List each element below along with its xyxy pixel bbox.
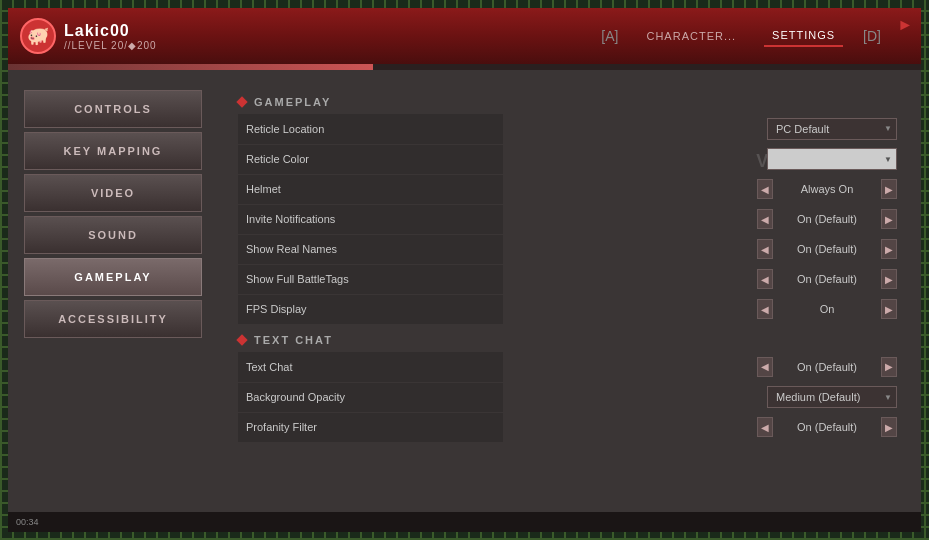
show-real-names-control: ◀ On (Default) ▶ (503, 234, 901, 264)
real-names-prev-btn[interactable]: ◀ (757, 239, 773, 259)
helmet-next-btn[interactable]: ▶ (881, 179, 897, 199)
table-row: Show Real Names ◀ On (Default) ▶ (238, 234, 901, 264)
helmet-value: Always On (777, 183, 877, 195)
table-row: Text Chat ◀ On (Default) ▶ (238, 352, 901, 382)
reticle-location-label: Reticle Location (238, 114, 503, 144)
show-battletags-label: Show Full BattleTags (238, 264, 503, 294)
bg-opacity-control: Medium (Default) (503, 382, 901, 412)
text-chat-section-title: TEXT CHAT (254, 334, 333, 346)
bg-opacity-label: Background Opacity (238, 382, 503, 412)
gameplay-settings-table: Reticle Location PC Default Reticle Colo… (238, 114, 901, 324)
table-row: FPS Display ◀ On ▶ (238, 294, 901, 324)
real-names-next-btn[interactable]: ▶ (881, 239, 897, 259)
nav-settings[interactable]: SETTINGS (764, 25, 843, 47)
logo-area: 🐖 Lakic00 //LEVEL 20/◆200 (20, 18, 157, 54)
fps-value: On (777, 303, 877, 315)
reticle-location-dropdown[interactable]: PC Default (767, 118, 897, 140)
reticle-location-dropdown-container: PC Default (507, 118, 897, 140)
helmet-prev-btn[interactable]: ◀ (757, 179, 773, 199)
battletags-next-btn[interactable]: ▶ (881, 269, 897, 289)
helmet-control: ◀ Always On ▶ (503, 174, 901, 204)
invite-notifications-label: Invite Notifications (238, 204, 503, 234)
right-panel: V2 BETA▶ GAMEPLAY Reticle Location PC De… (218, 70, 921, 532)
nav-bracket-left[interactable]: [A] (601, 28, 618, 44)
profanity-filter-control: ◀ On (Default) ▶ (503, 412, 901, 442)
table-row: Show Full BattleTags ◀ On (Default) ▶ (238, 264, 901, 294)
table-row: Reticle Location PC Default (238, 114, 901, 144)
top-nav: [A] CHARACTER... SETTINGS [D] (601, 25, 881, 47)
table-row: Invite Notifications ◀ On (Default) ▶ (238, 204, 901, 234)
show-real-names-label: Show Real Names (238, 234, 503, 264)
invite-arrows-container: ◀ On (Default) ▶ (507, 209, 897, 229)
helmet-arrows-container: ◀ Always On ▶ (507, 179, 897, 199)
top-bar: 🐖 Lakic00 //LEVEL 20/◆200 [A] CHARACTER.… (8, 8, 921, 64)
bottom-time: 00:34 (16, 517, 39, 527)
sidebar-btn-gameplay[interactable]: GAMEPLAY (24, 258, 202, 296)
fps-arrows-container: ◀ On ▶ (507, 299, 897, 319)
sidebar-btn-key-mapping[interactable]: KEY MAPPING (24, 132, 202, 170)
invite-next-btn[interactable]: ▶ (881, 209, 897, 229)
real-names-value: On (Default) (777, 243, 877, 255)
bg-opacity-dropdown-container: Medium (Default) (507, 386, 897, 408)
battletags-arrows-container: ◀ On (Default) ▶ (507, 269, 897, 289)
text-chat-prev-btn[interactable]: ◀ (757, 357, 773, 377)
fps-display-control: ◀ On ▶ (503, 294, 901, 324)
sidebar-btn-sound[interactable]: SOUND (24, 216, 202, 254)
invite-value: On (Default) (777, 213, 877, 225)
show-battletags-control: ◀ On (Default) ▶ (503, 264, 901, 294)
table-row: Profanity Filter ◀ On (Default) ▶ (238, 412, 901, 442)
table-row: Helmet ◀ Always On ▶ (238, 174, 901, 204)
reticle-color-control (503, 144, 901, 174)
sidebar-btn-accessibility[interactable]: ACCESSIBILITY (24, 300, 202, 338)
reticle-color-label: Reticle Color (238, 144, 503, 174)
reticle-color-dropdown[interactable] (767, 148, 897, 170)
sidebar: CONTROLS KEY MAPPING VIDEO SOUND GAMEPLA… (8, 70, 218, 532)
gameplay-diamond-icon (236, 96, 247, 107)
table-row: Reticle Color (238, 144, 901, 174)
arrow-right-icon: ► (897, 16, 913, 34)
invite-notifications-control: ◀ On (Default) ▶ (503, 204, 901, 234)
nav-bracket-right[interactable]: [D] (863, 28, 881, 44)
text-chat-label: Text Chat (238, 352, 503, 382)
text-chat-value: On (Default) (777, 361, 877, 373)
battletags-value: On (Default) (777, 273, 877, 285)
fps-display-label: FPS Display (238, 294, 503, 324)
reticle-color-dropdown-container (507, 148, 897, 170)
fps-next-btn[interactable]: ▶ (881, 299, 897, 319)
user-info: Lakic00 //LEVEL 20/◆200 (64, 22, 157, 51)
username: Lakic00 (64, 22, 157, 40)
bottom-bar: 00:34 (8, 512, 921, 532)
sidebar-btn-video[interactable]: VIDEO (24, 174, 202, 212)
gameplay-section-header: GAMEPLAY (238, 96, 901, 108)
profanity-value: On (Default) (777, 421, 877, 433)
reticle-location-control: PC Default (503, 114, 901, 144)
real-names-arrows-container: ◀ On (Default) ▶ (507, 239, 897, 259)
main-content: CONTROLS KEY MAPPING VIDEO SOUND GAMEPLA… (8, 70, 921, 532)
text-chat-diamond-icon (236, 334, 247, 345)
inner-wrapper: 🐖 Lakic00 //LEVEL 20/◆200 [A] CHARACTER.… (8, 8, 921, 532)
profanity-next-btn[interactable]: ▶ (881, 417, 897, 437)
text-chat-control: ◀ On (Default) ▶ (503, 352, 901, 382)
table-row: Background Opacity Medium (Default) (238, 382, 901, 412)
profanity-arrows-container: ◀ On (Default) ▶ (507, 417, 897, 437)
sidebar-btn-controls[interactable]: CONTROLS (24, 90, 202, 128)
helmet-label: Helmet (238, 174, 503, 204)
gameplay-section-title: GAMEPLAY (254, 96, 331, 108)
battletags-prev-btn[interactable]: ◀ (757, 269, 773, 289)
logo-icon: 🐖 (20, 18, 56, 54)
nav-character[interactable]: CHARACTER... (638, 26, 744, 46)
text-chat-arrows-container: ◀ On (Default) ▶ (507, 357, 897, 377)
invite-prev-btn[interactable]: ◀ (757, 209, 773, 229)
profanity-filter-label: Profanity Filter (238, 412, 503, 442)
bg-opacity-dropdown[interactable]: Medium (Default) (767, 386, 897, 408)
level-info: //LEVEL 20/◆200 (64, 40, 157, 51)
text-chat-section-header: TEXT CHAT (238, 334, 901, 346)
text-chat-next-btn[interactable]: ▶ (881, 357, 897, 377)
profanity-prev-btn[interactable]: ◀ (757, 417, 773, 437)
fps-prev-btn[interactable]: ◀ (757, 299, 773, 319)
text-chat-settings-table: Text Chat ◀ On (Default) ▶ Background Op… (238, 352, 901, 442)
